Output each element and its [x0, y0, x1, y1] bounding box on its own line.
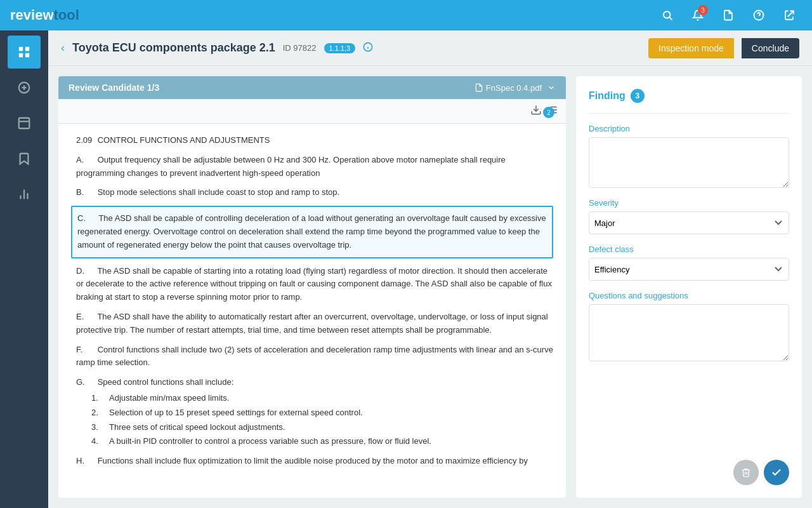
export-button[interactable] [776, 3, 802, 28]
divider-1 [589, 113, 789, 114]
doc-filename: FnSpec 0.4.pdf [475, 83, 542, 93]
main-area: ‹ Toyota ECU components package 2.1 ID 9… [48, 30, 812, 508]
notifications-button[interactable]: 3 [685, 3, 710, 28]
dropdown-chevron-icon [547, 83, 556, 92]
left-sidebar [0, 30, 48, 508]
document-header: Review Candidate 1/3 FnSpec 0.4.pdf [58, 76, 566, 99]
list-badge: 2 [543, 107, 554, 118]
document-content: 2.09 CONTROL FUNCTIONS AND ADJUSTMENTS A… [58, 124, 566, 498]
logo-tool: tool [54, 7, 79, 23]
doc-header-right: FnSpec 0.4.pdf [475, 83, 556, 93]
questions-textarea[interactable] [589, 304, 789, 361]
svg-rect-5 [25, 47, 29, 51]
svg-rect-11 [19, 118, 30, 129]
subitem-1: 1. Adjustable min/max speed limits. [91, 392, 553, 405]
defect-class-select-wrapper: Efficiency Correctness Completeness Cons… [589, 258, 789, 281]
subitem-2: 2. Selection of up to 15 preset speed se… [91, 406, 553, 420]
top-navbar: reviewtool 3 [0, 0, 812, 30]
panel-footer [589, 455, 789, 485]
subitem-4: 4. A built-in PID controller to control … [91, 435, 553, 448]
content-area: Review Candidate 1/3 FnSpec 0.4.pdf 2 [48, 66, 812, 508]
item-E: E. The ASD shall have the ability to aut… [71, 311, 553, 337]
svg-point-0 [664, 11, 671, 18]
severity-select-wrapper: Minor Major Critical [589, 211, 789, 234]
item-A: A. Output frequency shall be adjustable … [71, 154, 553, 180]
svg-rect-4 [19, 47, 23, 51]
finding-count-badge: 3 [631, 89, 645, 103]
top-nav-actions: 3 [655, 3, 802, 28]
page-title: Toyota ECU components package 2.1 [72, 41, 275, 55]
item-C-highlighted: C. The ASD shall be capable of controlli… [71, 206, 553, 258]
sidebar-item-grid[interactable] [8, 36, 41, 69]
sidebar-item-chart[interactable] [8, 178, 41, 211]
item-B: B. Stop mode selections shall include co… [71, 186, 553, 199]
description-field-section: Description [589, 124, 789, 188]
finding-header: Finding 3 [589, 89, 789, 103]
header-badge: 1.1.1;3 [324, 43, 356, 53]
defect-class-field-section: Defect class Efficiency Correctness Comp… [589, 244, 789, 281]
document-actions: 2 [58, 99, 566, 124]
questions-field-section: Questions and suggestions [589, 291, 789, 361]
sidebar-item-document[interactable] [8, 107, 41, 140]
notification-badge: 3 [698, 5, 708, 15]
back-button[interactable]: ‹ [61, 41, 65, 55]
finding-panel: Finding 3 Description Severity Minor Maj… [576, 76, 802, 498]
logo-review: review [10, 7, 54, 23]
conclude-button[interactable]: Conclude [742, 38, 799, 58]
app-logo: reviewtool [10, 7, 79, 23]
questions-label: Questions and suggestions [589, 291, 789, 300]
confirm-finding-button[interactable] [764, 460, 789, 485]
delete-finding-button[interactable] [733, 460, 759, 485]
section-heading: 2.09 CONTROL FUNCTIONS AND ADJUSTMENTS [71, 134, 553, 147]
severity-select[interactable]: Minor Major Critical [589, 211, 789, 234]
item-F: F. Control functions shall include two (… [71, 344, 553, 370]
defect-class-label: Defect class [589, 244, 789, 254]
svg-rect-6 [19, 53, 23, 57]
item-D: D. The ASD shall be capable of starting … [71, 265, 553, 304]
severity-field-section: Severity Minor Major Critical [589, 198, 789, 234]
documents-button[interactable] [716, 3, 741, 28]
document-panel: Review Candidate 1/3 FnSpec 0.4.pdf 2 [58, 76, 566, 498]
item-G-sublist: 1. Adjustable min/max speed limits. 2. S… [76, 392, 553, 448]
description-label: Description [589, 124, 789, 133]
sidebar-item-add[interactable] [8, 71, 41, 104]
header-id: ID 97822 [283, 43, 317, 53]
item-G: G. Speed control functions shall include… [71, 376, 553, 448]
finding-title: Finding [589, 90, 625, 102]
severity-label: Severity [589, 198, 789, 208]
download-icon[interactable] [530, 104, 542, 118]
help-button[interactable] [746, 3, 771, 28]
page-header: ‹ Toyota ECU components package 2.1 ID 9… [48, 30, 812, 66]
svg-rect-7 [25, 53, 29, 57]
description-textarea[interactable] [589, 137, 789, 188]
list-icon[interactable]: 2 [547, 104, 558, 118]
review-candidate-title: Review Candidate 1/3 [69, 83, 159, 93]
sidebar-item-bookmark[interactable] [8, 142, 41, 175]
item-H: H. Functions shall include flux optimiza… [71, 455, 553, 468]
inspection-mode-button[interactable]: Inspection mode [648, 38, 734, 58]
info-icon[interactable] [363, 42, 373, 55]
svg-line-1 [669, 17, 672, 20]
search-button[interactable] [655, 3, 680, 28]
subitem-3: 3. Three sets of critical speed lockout … [91, 421, 553, 434]
defect-class-select[interactable]: Efficiency Correctness Completeness Cons… [589, 258, 789, 281]
